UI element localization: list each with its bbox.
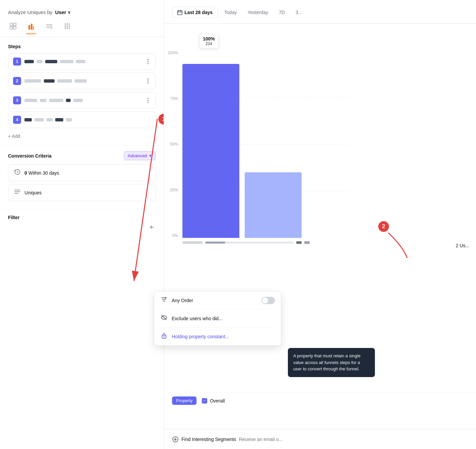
step-placeholder bbox=[45, 60, 57, 63]
lock-icon bbox=[160, 332, 168, 341]
step-placeholder bbox=[47, 118, 53, 121]
time-icon bbox=[14, 169, 21, 177]
svg-rect-1 bbox=[13, 23, 16, 26]
y-label-25: 25% bbox=[170, 188, 178, 192]
svg-point-41 bbox=[164, 336, 165, 337]
table-icon bbox=[9, 22, 17, 30]
bar-chart-icon bbox=[27, 22, 35, 30]
step-placeholder bbox=[24, 60, 34, 63]
tooltip-box: A property that must retain a single val… bbox=[288, 348, 375, 377]
time-number: 0 bbox=[24, 170, 27, 176]
exclude-label: Exclude users who did... bbox=[172, 316, 223, 321]
step-placeholder bbox=[60, 60, 73, 63]
step-content-2 bbox=[24, 79, 142, 83]
time-criteria-text: 0 Within 30 days bbox=[24, 170, 59, 176]
menu-dot bbox=[147, 61, 149, 62]
conversion-label: Conversion Criteria bbox=[8, 153, 52, 159]
svg-point-16 bbox=[69, 25, 70, 27]
svg-point-17 bbox=[65, 27, 66, 29]
menu-dot bbox=[147, 100, 149, 101]
view-icon-dots[interactable] bbox=[62, 20, 72, 34]
step-content-1 bbox=[24, 60, 142, 63]
filter-section: Filter bbox=[0, 209, 164, 237]
svg-rect-0 bbox=[10, 23, 13, 26]
funnel-users-label: 2 Us... bbox=[456, 243, 469, 248]
step-item-2: 2 bbox=[8, 73, 156, 89]
step-placeholder bbox=[36, 60, 43, 63]
today-tab[interactable]: Today bbox=[220, 7, 241, 18]
add-step-button[interactable]: + Add bbox=[8, 131, 20, 142]
step-placeholder bbox=[44, 79, 55, 83]
steps-section: Steps 1 2 bbox=[0, 37, 164, 146]
step-placeholder bbox=[75, 79, 87, 83]
step-content-4 bbox=[24, 118, 151, 121]
scroll-thumb bbox=[205, 242, 225, 244]
right-header: Last 28 days Today Yesterday 7D 3... bbox=[164, 0, 476, 24]
dropdown-item-holding[interactable]: Holding property constant... bbox=[154, 328, 281, 345]
scroll-block-1 bbox=[182, 241, 203, 244]
more-tab[interactable]: 3... bbox=[292, 7, 306, 18]
y-axis: 100% 75% 50% 25% 0% bbox=[164, 51, 181, 238]
chart-area: 100% 234 100% 75% 50% 25% 0% bbox=[164, 24, 476, 258]
step-menu-button-2[interactable] bbox=[145, 78, 151, 84]
time-label: Within 30 days bbox=[28, 170, 59, 176]
date-range-label: Last 28 days bbox=[184, 10, 213, 15]
chart-tooltip: 100% 234 bbox=[199, 34, 219, 49]
step-menu-button-3[interactable] bbox=[145, 97, 151, 104]
tooltip-pct: 100% bbox=[203, 36, 215, 41]
steps-label: Steps bbox=[8, 44, 156, 49]
conversion-section: Conversion Criteria Advanced ▼ 0 Within … bbox=[0, 146, 164, 209]
view-icon-flow[interactable] bbox=[44, 20, 54, 34]
any-order-icon bbox=[160, 296, 168, 304]
any-order-toggle[interactable] bbox=[261, 297, 275, 304]
step-placeholder bbox=[40, 99, 47, 102]
step-number-2: 2 bbox=[13, 77, 21, 85]
annotation-badge-2: 2 bbox=[378, 221, 389, 232]
svg-rect-6 bbox=[33, 26, 34, 29]
criteria-item-time: 0 Within 30 days bbox=[8, 164, 156, 181]
bottom-options: Property ✓ Overall bbox=[164, 392, 476, 409]
date-range-button[interactable]: Last 28 days bbox=[172, 7, 218, 18]
view-icons-bar bbox=[0, 20, 164, 37]
tooltip-text: A property that must retain a single val… bbox=[293, 353, 361, 371]
find-segments-description: Receive an email o... bbox=[239, 437, 283, 442]
checkbox-checked-icon: ✓ bbox=[202, 398, 207, 403]
scroll-block-3 bbox=[304, 241, 310, 244]
step-number-4: 4 bbox=[13, 116, 21, 124]
overall-label: Overall bbox=[210, 398, 225, 403]
property-pill[interactable]: Property bbox=[172, 396, 196, 405]
yesterday-tab[interactable]: Yesterday bbox=[243, 7, 272, 18]
7d-tab[interactable]: 7D bbox=[275, 7, 289, 18]
exclude-icon bbox=[160, 314, 168, 323]
view-icon-barchart[interactable] bbox=[26, 20, 36, 34]
chevron-down-icon: ∨ bbox=[68, 10, 71, 15]
dropdown-item-exclude[interactable]: Exclude users who did... bbox=[154, 309, 281, 327]
filter-label: Filter bbox=[8, 215, 156, 220]
step-item-4: 4 bbox=[8, 111, 156, 128]
view-icon-table[interactable] bbox=[8, 20, 18, 34]
menu-dot bbox=[147, 102, 149, 103]
user-label: User bbox=[55, 9, 66, 15]
advanced-button[interactable]: Advanced ▼ bbox=[124, 151, 156, 160]
find-segments-button[interactable]: Find Interesting Segments bbox=[172, 436, 236, 443]
scroll-track[interactable] bbox=[205, 242, 294, 244]
analyze-header: Analyze Uniques by User ∨ bbox=[0, 0, 164, 20]
svg-rect-4 bbox=[28, 25, 30, 29]
analyze-user-button[interactable]: User ∨ bbox=[55, 9, 71, 15]
bar-full bbox=[182, 64, 239, 238]
y-label-75: 75% bbox=[170, 96, 178, 101]
step-placeholder bbox=[24, 118, 32, 121]
step-menu-button-1[interactable] bbox=[145, 58, 151, 65]
any-order-label: Any Order bbox=[172, 298, 193, 303]
step-placeholder bbox=[57, 79, 72, 83]
step-item-3: 3 bbox=[8, 92, 156, 109]
dropdown-item-any-order[interactable]: Any Order bbox=[154, 291, 281, 309]
find-segments-label: Find Interesting Segments bbox=[181, 437, 236, 442]
step-placeholder bbox=[55, 118, 63, 121]
svg-point-14 bbox=[65, 25, 66, 27]
more-label: 3... bbox=[296, 10, 302, 15]
collapse-filter-button[interactable] bbox=[150, 224, 156, 231]
svg-rect-3 bbox=[13, 26, 16, 29]
bar-group-1 bbox=[182, 64, 239, 238]
bar-group-2 bbox=[245, 172, 302, 238]
